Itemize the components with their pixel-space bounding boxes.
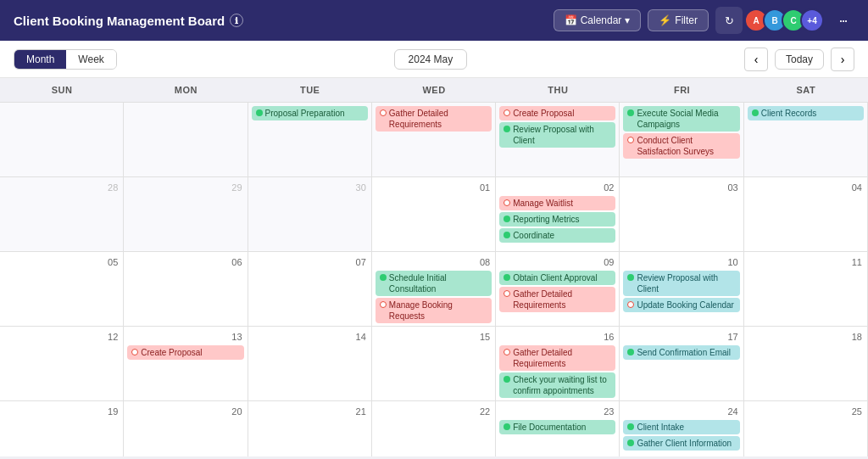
calendar-cell[interactable]: Client Records <box>744 103 868 177</box>
calendar-event[interactable]: Gather Client Information <box>623 436 739 451</box>
calendar-cell[interactable]: 29 <box>124 177 248 252</box>
today-button[interactable]: Today <box>775 49 824 70</box>
cell-date: 25 <box>748 405 864 420</box>
event-label: Update Booking Calendar <box>637 299 735 311</box>
calendar-event[interactable]: Coordinate <box>499 228 615 243</box>
tab-week[interactable]: Week <box>66 50 115 69</box>
calendar-event[interactable]: Manage Booking Requests <box>376 298 492 323</box>
more-button[interactable]: ··· <box>831 8 854 32</box>
calendar-cell[interactable]: 11 <box>744 252 868 327</box>
calendar-cell[interactable]: 24Client IntakeGather Client Information <box>620 401 743 456</box>
calendar-cell[interactable]: 09Obtain Client ApprovalGather Detailed … <box>496 252 620 327</box>
calendar-cell[interactable]: 08Schedule Initial ConsultationManage Bo… <box>372 252 496 327</box>
calendar-event[interactable]: Check your waiting list to confirm appoi… <box>499 372 615 398</box>
calendar-cell[interactable]: 19 <box>0 401 124 456</box>
calendar-cell[interactable]: 05 <box>0 252 124 327</box>
calendar-cell[interactable]: 23File Documentation <box>496 401 620 456</box>
calendar-cell[interactable]: 25 <box>744 401 868 456</box>
tab-month[interactable]: Month <box>14 50 66 69</box>
calendar-cell[interactable] <box>0 103 124 177</box>
calendar-cell[interactable]: Proposal Preparation <box>248 103 372 177</box>
calendar-event[interactable]: Obtain Client Approval <box>499 271 615 285</box>
calendar-event[interactable]: Execute Social Media Campaigns <box>623 106 739 132</box>
calendar-event[interactable]: Gather Detailed Requirements <box>376 106 492 132</box>
event-dot <box>256 109 263 116</box>
calendar-event[interactable]: Manage Waitlist <box>499 196 615 210</box>
calendar-cell[interactable]: 22 <box>372 401 496 456</box>
calendar-cell[interactable]: 15 <box>372 327 496 401</box>
month-label: 2024 May <box>394 49 468 70</box>
calendar-event[interactable]: Conduct Client Satisfaction Surveys <box>623 133 739 159</box>
calendar-cell[interactable]: 04 <box>744 177 868 252</box>
calendar-label: Calendar <box>581 14 622 26</box>
cell-date: 06 <box>127 255 243 271</box>
event-dot <box>627 349 634 355</box>
calendar-cell[interactable]: 10Review Proposal with ClientUpdate Book… <box>620 252 743 327</box>
calendar-event[interactable]: Review Proposal with Client <box>499 122 615 148</box>
calendar-event[interactable]: Create Proposal <box>127 345 243 360</box>
day-header-sat: SAT <box>744 78 868 102</box>
calendar-cell[interactable]: 12 <box>0 327 124 401</box>
calendar-cell[interactable]: 21 <box>248 401 372 456</box>
calendar-cell[interactable]: Execute Social Media CampaignsConduct Cl… <box>620 103 743 177</box>
cell-date: 01 <box>376 181 492 196</box>
calendar-event[interactable]: Gather Detailed Requirements <box>499 287 615 312</box>
event-label: Coordinate <box>513 230 611 241</box>
calendar-event[interactable]: Send Confirmation Email <box>623 345 739 360</box>
header-controls: 📅 Calendar ▾ ⚡ Filter ↻ A B C +4 ··· <box>554 7 854 34</box>
calendar-event[interactable]: Gather Detailed Requirements <box>499 345 615 371</box>
calendar-event[interactable]: Schedule Initial Consultation <box>376 271 492 296</box>
cell-date: 20 <box>127 405 243 420</box>
cell-date: 14 <box>252 330 368 345</box>
calendar-cell[interactable]: 18 <box>744 327 868 401</box>
event-label: Create Proposal <box>141 347 239 358</box>
calendar-cell[interactable]: 13Create Proposal <box>124 327 248 401</box>
calendar-cell[interactable]: 17Send Confirmation Email <box>620 327 743 401</box>
calendar-cell[interactable]: 02Manage WaitlistReporting MetricsCoordi… <box>496 177 620 252</box>
calendar-event[interactable]: Create Proposal <box>499 106 615 120</box>
calendar-event[interactable]: Update Booking Calendar <box>623 298 739 312</box>
calendar-cell[interactable]: Create ProposalReview Proposal with Clie… <box>496 103 620 177</box>
prev-button[interactable]: ‹ <box>744 48 768 71</box>
calendar-icon: 📅 <box>565 14 577 26</box>
cell-date: 02 <box>499 181 615 196</box>
calendar-cell[interactable]: 30 <box>248 177 372 252</box>
view-tabs: Month Week <box>14 49 117 70</box>
calendar-cell[interactable]: 16Gather Detailed RequirementsCheck your… <box>496 327 620 401</box>
event-dot <box>504 349 510 355</box>
calendar-button[interactable]: 📅 Calendar ▾ <box>554 9 642 31</box>
event-label: Review Proposal with Client <box>513 124 611 146</box>
day-header-wed: WED <box>372 78 496 102</box>
calendar-cell[interactable] <box>124 103 248 177</box>
next-button[interactable]: › <box>831 48 854 71</box>
day-header-mon: MON <box>124 78 248 102</box>
board-title: Client Booking Management Board <box>14 14 225 28</box>
avatar-group: A B C +4 <box>749 8 824 32</box>
event-dot <box>380 274 387 281</box>
cell-date: 30 <box>252 181 368 196</box>
calendar-cell[interactable]: 06 <box>124 252 248 327</box>
refresh-button[interactable]: ↻ <box>715 7 743 34</box>
calendar-event[interactable]: Client Intake <box>623 420 739 434</box>
day-header-tue: TUE <box>248 78 372 102</box>
calendar-event[interactable]: Client Records <box>748 106 864 120</box>
event-dot <box>504 216 510 222</box>
calendar-cell[interactable]: 28 <box>0 177 124 252</box>
event-dot <box>627 301 634 308</box>
calendar-cell[interactable]: 07 <box>248 252 372 327</box>
info-icon[interactable]: ℹ <box>230 14 243 27</box>
calendar-cell[interactable]: Gather Detailed Requirements <box>372 103 496 177</box>
calendar-event[interactable]: Reporting Metrics <box>499 212 615 227</box>
day-header-thu: THU <box>496 78 620 102</box>
calendar-event[interactable]: File Documentation <box>499 420 615 434</box>
calendar-cell[interactable]: 14 <box>248 327 372 401</box>
calendar-event[interactable]: Proposal Preparation <box>252 106 368 120</box>
event-dot <box>627 137 634 143</box>
event-label: File Documentation <box>513 422 611 433</box>
calendar-cell[interactable]: 20 <box>124 401 248 456</box>
calendar-cell[interactable]: 01 <box>372 177 496 252</box>
calendar-cell[interactable]: 03 <box>620 177 743 252</box>
calendar-event[interactable]: Review Proposal with Client <box>623 271 739 296</box>
header-title: Client Booking Management Board ℹ <box>14 14 554 28</box>
filter-button[interactable]: ⚡ Filter <box>648 9 709 31</box>
